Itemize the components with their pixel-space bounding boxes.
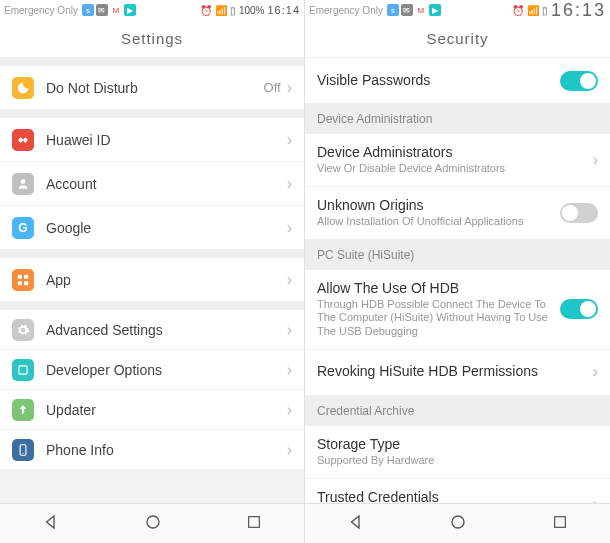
sim-icon: ▯ bbox=[230, 5, 236, 16]
gmail-icon: M bbox=[415, 4, 427, 16]
row-updater[interactable]: Updater › bbox=[0, 390, 304, 430]
svg-rect-3 bbox=[18, 281, 22, 285]
row-revoke-hdb[interactable]: Revoking HiSuite HDB Permissions › bbox=[305, 350, 610, 396]
dnd-icon bbox=[12, 77, 34, 99]
row-label: Updater bbox=[46, 402, 287, 418]
chevron-right-icon: › bbox=[287, 441, 292, 459]
google-icon: G bbox=[12, 217, 34, 239]
sim-icon: ▯ bbox=[542, 5, 548, 16]
nav-recent-button[interactable] bbox=[552, 514, 568, 534]
statusbar-app-icons: s ✉ M ▶ bbox=[82, 4, 136, 16]
row-storage-type[interactable]: Storage Type Supported By Hardware bbox=[305, 426, 610, 479]
android-navbar bbox=[0, 503, 304, 543]
notif-icon: ▶ bbox=[124, 4, 136, 16]
svg-rect-11 bbox=[554, 516, 565, 527]
chevron-right-icon: › bbox=[593, 363, 598, 381]
statusbar-right: Emergency Only s ✉ M ▶ ⏰ 📶 ▯ 16:13 bbox=[305, 0, 610, 20]
chevron-right-icon: › bbox=[287, 131, 292, 149]
svg-rect-5 bbox=[19, 365, 27, 373]
apps-icon bbox=[12, 269, 34, 291]
alarm-icon: ⏰ bbox=[200, 5, 212, 16]
chevron-right-icon: › bbox=[287, 321, 292, 339]
carrier-text: Emergency Only bbox=[4, 5, 78, 16]
row-label: Do Not Disturb bbox=[46, 80, 264, 96]
row-label: Developer Options bbox=[46, 362, 287, 378]
row-do-not-disturb[interactable]: Do Not Disturb Off › bbox=[0, 66, 304, 110]
battery-text: 100% bbox=[239, 5, 265, 16]
row-unknown-origins[interactable]: Unknown Origins Allow Installation Of Un… bbox=[305, 187, 610, 240]
notif-icon: s bbox=[387, 4, 399, 16]
notif-icon: s bbox=[82, 4, 94, 16]
svg-point-0 bbox=[21, 179, 26, 184]
row-label: Huawei ID bbox=[46, 132, 287, 148]
row-subtitle: Supported By Hardware bbox=[317, 454, 590, 468]
toggle-allow-hdb[interactable] bbox=[560, 299, 598, 319]
nav-back-button[interactable] bbox=[42, 513, 60, 535]
row-subtitle: Allow Installation Of Unofficial Applica… bbox=[317, 215, 552, 229]
row-device-administrators[interactable]: Device Administrators View Or Disable De… bbox=[305, 134, 610, 187]
row-title: Trusted Credentials bbox=[317, 489, 585, 504]
row-advanced-settings[interactable]: Advanced Settings › bbox=[0, 310, 304, 350]
android-navbar bbox=[305, 503, 610, 543]
svg-rect-9 bbox=[249, 516, 260, 527]
chevron-right-icon: › bbox=[593, 151, 598, 169]
row-label: App bbox=[46, 272, 287, 288]
svg-point-8 bbox=[147, 516, 159, 528]
svg-rect-1 bbox=[18, 274, 22, 278]
row-huawei-id[interactable]: Huawei ID › bbox=[0, 118, 304, 162]
nav-home-button[interactable] bbox=[449, 513, 467, 535]
section-pc-suite: PC Suite (HiSuite) bbox=[305, 240, 610, 270]
row-phone-info[interactable]: Phone Info › bbox=[0, 430, 304, 470]
statusbar-right-icons: ⏰ 📶 ▯ 100% 16:14 bbox=[200, 4, 300, 16]
svg-point-7 bbox=[22, 452, 23, 453]
wifi-icon: 📶 bbox=[527, 5, 539, 16]
row-label: Google bbox=[46, 220, 287, 236]
statusbar-left: Emergency Only s ✉ M ▶ ⏰ 📶 ▯ 100% 16:14 bbox=[0, 0, 304, 20]
chevron-right-icon: › bbox=[287, 175, 292, 193]
gear-icon bbox=[12, 319, 34, 341]
carrier-text: Emergency Only bbox=[309, 5, 383, 16]
row-developer-options[interactable]: Developer Options › bbox=[0, 350, 304, 390]
section-device-administration: Device Administration bbox=[305, 104, 610, 134]
page-title-settings: Settings bbox=[0, 20, 304, 58]
nav-back-button[interactable] bbox=[347, 513, 365, 535]
updater-icon bbox=[12, 399, 34, 421]
page-title-security: Security bbox=[305, 20, 610, 58]
chevron-right-icon: › bbox=[287, 271, 292, 289]
row-app[interactable]: App › bbox=[0, 258, 304, 302]
row-label: Account bbox=[46, 176, 287, 192]
svg-rect-2 bbox=[24, 274, 28, 278]
statusbar-app-icons: s ✉ M ▶ bbox=[387, 4, 441, 16]
section-credential-archive: Credential Archive bbox=[305, 396, 610, 426]
row-title: Allow The Use Of HDB bbox=[317, 280, 552, 296]
notif-icon: ✉ bbox=[96, 4, 108, 16]
row-title: Visible Passwords bbox=[317, 72, 552, 88]
phone-info-icon bbox=[12, 439, 34, 461]
wifi-icon: 📶 bbox=[215, 5, 227, 16]
svg-rect-4 bbox=[24, 281, 28, 285]
huawei-icon bbox=[12, 129, 34, 151]
nav-recent-button[interactable] bbox=[246, 514, 262, 534]
chevron-right-icon: › bbox=[287, 401, 292, 419]
chevron-right-icon: › bbox=[287, 361, 292, 379]
nav-home-button[interactable] bbox=[144, 513, 162, 535]
row-visible-passwords[interactable]: Visible Passwords bbox=[305, 58, 610, 104]
chevron-right-icon: › bbox=[287, 219, 292, 237]
toggle-visible-passwords[interactable] bbox=[560, 71, 598, 91]
row-value: Off bbox=[264, 80, 281, 95]
notif-icon: ▶ bbox=[429, 4, 441, 16]
row-account[interactable]: Account › bbox=[0, 162, 304, 206]
row-subtitle: Through HDB Possible Connect The Device … bbox=[317, 298, 552, 339]
row-trusted-credentials[interactable]: Trusted Credentials View Certificates As… bbox=[305, 479, 610, 504]
toggle-unknown-origins[interactable] bbox=[560, 203, 598, 223]
statusbar-time: 16:13 bbox=[551, 0, 606, 21]
row-google[interactable]: G Google › bbox=[0, 206, 304, 250]
row-subtitle: View Or Disable Device Administrators bbox=[317, 162, 585, 176]
row-allow-hdb[interactable]: Allow The Use Of HDB Through HDB Possibl… bbox=[305, 270, 610, 350]
chevron-right-icon: › bbox=[593, 495, 598, 503]
row-title: Storage Type bbox=[317, 436, 590, 452]
account-icon bbox=[12, 173, 34, 195]
svg-point-10 bbox=[452, 516, 464, 528]
chevron-right-icon: › bbox=[287, 79, 292, 97]
moon-icon bbox=[16, 81, 30, 95]
